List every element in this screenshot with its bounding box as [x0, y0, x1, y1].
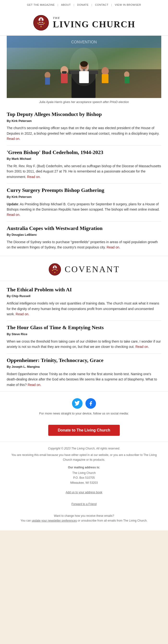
covenant-article-3: Oppenheimer: Trinity, Technocracy, Grace…	[7, 354, 161, 392]
donate-section: Donate to The Living Church	[0, 420, 168, 442]
article-1: Top Deputy Alleges Misconduct by Bishop …	[7, 108, 161, 146]
forward-link[interactable]: Forward to a Friend	[10, 502, 158, 506]
svg-rect-3	[39, 20, 44, 22]
social-section: For more news straight to your device, f…	[0, 391, 168, 420]
covenant-article-1-read-on[interactable]: Read on.	[16, 312, 29, 316]
twitter-button[interactable]	[72, 398, 83, 409]
email-wrapper: GET THE MAGAZINE | ABOUT | DONATE | CONT…	[0, 0, 168, 530]
hero-caption: Julia Ayala Harris gives her acceptance …	[7, 98, 161, 108]
logo-text: THE LIVING CHURCH	[53, 16, 135, 30]
twitter-icon	[72, 398, 83, 409]
svg-point-26	[70, 48, 98, 86]
article-4-byline: By Douglas LeBlanc	[7, 232, 161, 238]
footer-copyright: Copyright © 2023 The Living Church, All …	[10, 446, 158, 451]
article-1-title: Top Deputy Alleges Misconduct by Bishop	[7, 111, 161, 118]
svg-point-35	[54, 272, 55, 273]
covenant-article-1-body: Artificial intelligence models rely on v…	[7, 301, 161, 317]
covenant-article-1-byline: By Chip Russell	[7, 294, 161, 299]
logo-icon	[33, 14, 49, 31]
facebook-svg	[88, 401, 93, 406]
covenant-article-2-title: The Hour Glass of Time & Emptying Nests	[7, 324, 161, 331]
facebook-icon	[85, 398, 96, 409]
footer-mailing-title: Our mailing address is:	[10, 465, 158, 470]
add-address-link[interactable]: Add us to your address book	[66, 491, 102, 494]
hero-section: CONVENTION Julia Ayala Harris gives her …	[0, 36, 168, 108]
article-2-body: The Rt. Rev. Roy F. (Bud) Cederholm, who…	[7, 164, 161, 180]
hero-svg: CONVENTION	[7, 36, 161, 98]
footer-po-box: P.O. Box 510705	[10, 475, 158, 480]
covenant-icon	[48, 263, 61, 276]
covenant-article-2: The Hour Glass of Time & Emptying Nests …	[7, 321, 161, 354]
article-2: 'Green Bishop' Bud Cederholm, 1944-2023 …	[7, 146, 161, 184]
article-4: Australia Copes with Westward Migration …	[7, 222, 161, 254]
covenant-article-2-body: When we cross the threshold from taking …	[7, 339, 161, 350]
article-4-title: Australia Copes with Westward Migration	[7, 225, 161, 232]
footer-city: Milwaukee, WI 53203	[10, 480, 158, 485]
update-prefs-link[interactable]: update your newsletter preferences	[32, 519, 77, 522]
main-articles: Top Deputy Alleges Misconduct by Bishop …	[0, 108, 168, 254]
article-1-byline: By Kirk Petersen	[7, 118, 161, 124]
header: THE LIVING CHURCH	[0, 8, 168, 36]
svg-rect-17	[62, 71, 67, 74]
article-3-title: Curry Surgery Preempts Bishop Gathering	[7, 187, 161, 194]
top-nav: GET THE MAGAZINE | ABOUT | DONATE | CONT…	[0, 0, 168, 8]
svg-rect-32	[53, 268, 57, 269]
svg-point-33	[52, 270, 53, 271]
hero-image: CONVENTION	[7, 36, 161, 98]
facebook-button[interactable]	[85, 398, 96, 409]
covenant-article-1: The Ethical Problem with AI By Chip Russ…	[7, 283, 161, 321]
contact-link[interactable]: CONTACT	[95, 3, 108, 6]
svg-point-5	[44, 22, 45, 24]
article-3-byline: By Kirk Petersen	[7, 194, 161, 200]
covenant-article-3-read-on[interactable]: Read on.	[28, 383, 41, 387]
article-3-body: Update: As Presiding Bishop Michael B. C…	[7, 202, 161, 218]
article-1-read-on[interactable]: Read on.	[7, 137, 20, 141]
covenant-article-3-byline: By Joseph L. Mangina	[7, 364, 161, 370]
svg-point-18	[101, 67, 109, 75]
article-3-read-on[interactable]: Read on.	[7, 213, 20, 216]
article-2-title: 'Green Bishop' Bud Cederholm, 1944-2023	[7, 149, 161, 156]
svg-text:CONVENTION: CONVENTION	[71, 40, 97, 44]
logo-container: THE LIVING CHURCH	[5, 14, 163, 31]
twitter-svg	[75, 401, 80, 406]
covenant-article-2-read-on[interactable]: Read on.	[135, 345, 149, 348]
footer-receiving-text: You are receiving this email because you…	[10, 452, 158, 462]
footer-change-text: Want to change how you receive these ema…	[10, 514, 158, 518]
svg-point-4	[38, 22, 39, 24]
covenant-logo: COVENANT	[5, 263, 163, 276]
footer-unsubscribe: You can update your newsletter preferenc…	[10, 518, 158, 523]
covenant-articles: The Ethical Problem with AI By Chip Russ…	[0, 283, 168, 391]
article-3: Curry Surgery Preempts Bishop Gathering …	[7, 184, 161, 222]
article-2-byline: By Mark Michael	[7, 156, 161, 162]
article-4-read-on[interactable]: Read on.	[107, 245, 120, 249]
covenant-article-2-byline: By Steve Rice	[7, 332, 161, 337]
svg-rect-21	[45, 78, 50, 84]
about-link[interactable]: ABOUT	[61, 3, 71, 6]
svg-point-6	[41, 26, 42, 27]
get-magazine-link[interactable]: GET THE MAGAZINE	[27, 3, 55, 6]
footer: Copyright © 2023 The Living Church, All …	[0, 442, 168, 530]
article-2-read-on[interactable]: Read on.	[27, 175, 41, 179]
svg-point-34	[56, 270, 58, 271]
svg-rect-19	[102, 74, 108, 83]
covenant-article-3-body: Robert Oppenheimer chose Trinity as the …	[7, 371, 161, 388]
article-1-body: The church's second-ranking officer says…	[7, 125, 161, 141]
svg-rect-16	[61, 74, 68, 83]
donate-nav-link[interactable]: DONATE	[77, 3, 89, 6]
social-icons-container	[5, 398, 163, 409]
logo-name: LIVING CHURCH	[53, 19, 135, 29]
article-4-body: The Diocese of Sydney seeks to purchase …	[7, 239, 161, 250]
social-follow-text: For more news straight to your device, f…	[5, 412, 163, 415]
covenant-name: COVENANT	[65, 264, 120, 274]
footer-org-name: The Living Church	[10, 470, 158, 475]
svg-rect-23	[124, 77, 129, 84]
covenant-article-1-title: The Ethical Problem with AI	[7, 286, 161, 293]
donate-button[interactable]: Donate to The Living Church	[48, 425, 120, 436]
view-browser-link[interactable]: VIEW IN BROWSER	[115, 3, 141, 6]
covenant-section: COVENANT	[0, 256, 168, 281]
covenant-article-3-title: Oppenheimer: Trinity, Technocracy, Grace	[7, 357, 161, 364]
